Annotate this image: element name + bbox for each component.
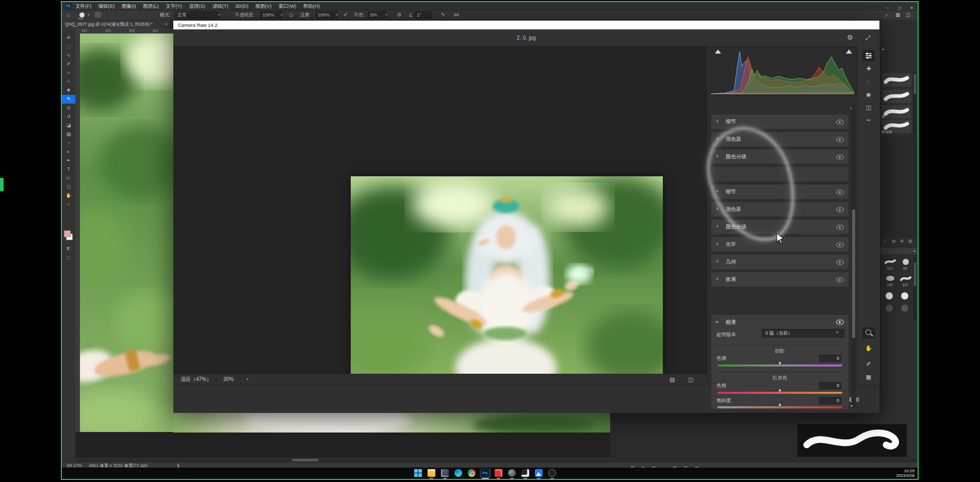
horizontal-scrollbar[interactable]	[75, 458, 610, 462]
home-icon[interactable]: ⌂	[67, 10, 70, 20]
dock-check-icon[interactable]: ✓	[884, 239, 887, 243]
menu-view[interactable]: 视图(V)	[255, 2, 272, 10]
process-caret-icon[interactable]: ▾	[836, 330, 838, 335]
slider-thumb-icon[interactable]: ▲	[778, 388, 782, 392]
new-group-icon[interactable]: ▤	[892, 239, 896, 243]
slider-thumb-icon[interactable]: ▲	[778, 360, 782, 365]
brush-tip-icon[interactable]	[886, 305, 893, 312]
more-options-button[interactable]: •••	[862, 114, 875, 126]
hue-value[interactable]: 0	[819, 382, 841, 389]
shadow-clipping-icon[interactable]	[715, 49, 721, 54]
menu-file[interactable]: 文件(F)	[75, 2, 91, 10]
eyedropper-tool[interactable]: ⊹	[62, 77, 75, 86]
histogram[interactable]	[710, 47, 857, 95]
menu-type[interactable]: 文字(Y)	[166, 2, 182, 10]
process-version-select[interactable]: 5 版（当前）	[762, 329, 844, 338]
dark-app-button[interactable]	[520, 469, 531, 478]
screen-mode-icon[interactable]: ▢	[62, 254, 75, 261]
panel-section-geometry[interactable]: › 几何	[711, 255, 848, 269]
chevron-down-icon[interactable]: ›	[714, 321, 720, 323]
scroll-down-icon[interactable]: ▾	[851, 404, 853, 408]
grid-overlay-tool[interactable]: ▦	[862, 371, 875, 383]
masking-tool[interactable]: ◌	[862, 76, 875, 87]
tint-slider[interactable]: ▲	[717, 364, 842, 367]
brush-preset-item[interactable]	[883, 73, 911, 87]
eye-icon[interactable]	[836, 260, 844, 265]
menu-3d[interactable]: 3D(D)	[235, 2, 248, 10]
fit-zoom-label[interactable]: 适应（47%）	[181, 374, 211, 385]
crop-tool[interactable]: ⌗	[62, 69, 75, 77]
red-eye-tool[interactable]: ◉	[862, 89, 875, 100]
file-explorer-button[interactable]	[426, 469, 437, 478]
red-app-button[interactable]	[493, 469, 504, 478]
airbrush-icon[interactable]: ✐	[344, 10, 348, 20]
highlight-clipping-icon[interactable]	[846, 49, 852, 54]
brush-tip-icon[interactable]	[885, 258, 896, 265]
eye-icon[interactable]	[836, 320, 844, 325]
settings-gear-icon[interactable]: ⚙	[847, 29, 853, 46]
blue-app-button[interactable]	[533, 469, 545, 478]
quick-select-tool[interactable]: ✐	[62, 60, 75, 69]
fullscreen-icon[interactable]: ⤢	[865, 29, 871, 46]
taskbar-clock[interactable]: 22:29 2023/3/28	[896, 469, 914, 478]
eye-icon[interactable]	[836, 207, 844, 212]
minimize-button[interactable]: ─	[886, 6, 889, 10]
camera-raw-titlebar[interactable]: Camera Raw 14.2	[173, 21, 879, 29]
smoothing-caret-icon[interactable]: ▾	[385, 10, 387, 20]
presets-tool[interactable]: ◫	[862, 102, 875, 113]
panel-scrollbar[interactable]	[852, 104, 856, 407]
path-select-tool[interactable]: ▷	[62, 174, 75, 182]
shape-tool[interactable]: ◻	[62, 182, 75, 191]
menu-edit[interactable]: 编辑(E)	[99, 2, 115, 10]
pen-tool[interactable]: ✒	[62, 156, 75, 165]
brush-preset-item[interactable]	[883, 90, 911, 103]
zoom-tool[interactable]: ⌕	[62, 200, 75, 209]
sphere-app-button[interactable]	[507, 469, 518, 478]
workspace-icon[interactable]: ▦	[895, 10, 900, 20]
angle-input[interactable]: 1°	[415, 11, 432, 19]
eye-icon[interactable]	[836, 137, 844, 142]
opacity-input[interactable]: 100%	[260, 11, 282, 19]
saturation-value[interactable]: 0	[819, 397, 841, 404]
clone-stamp-tool[interactable]: ⊙	[62, 104, 75, 112]
menu-window[interactable]: 窗口(W)	[279, 2, 296, 10]
brush-preset-item[interactable]	[883, 105, 911, 119]
image-preview-area[interactable]	[173, 46, 707, 374]
photoshop-button[interactable]: Ps	[480, 469, 491, 478]
foreground-color-swatch[interactable]	[64, 230, 71, 237]
photo-preview[interactable]	[351, 176, 663, 380]
tab-close-icon[interactable]: ×	[165, 20, 168, 28]
hand-tool[interactable]: ✋	[62, 191, 75, 200]
panel-section-effects[interactable]: › 效果	[711, 272, 848, 287]
move-tool[interactable]: ✛	[62, 34, 75, 42]
eye-icon[interactable]	[836, 190, 844, 195]
smoothing-input[interactable]: 0%	[368, 11, 387, 19]
obs-app-button[interactable]	[547, 469, 558, 478]
menu-help[interactable]: 帮助(H)	[303, 2, 320, 10]
mode-caret-icon[interactable]: ▾	[218, 10, 220, 20]
maximize-button[interactable]: ▢	[897, 6, 902, 10]
brush-tip-icon[interactable]	[886, 292, 893, 300]
type-tool[interactable]: T	[62, 165, 75, 174]
eye-icon[interactable]	[836, 225, 844, 230]
eye-icon[interactable]	[836, 155, 844, 160]
eraser-tool[interactable]: ◪	[62, 121, 75, 130]
hue-slider[interactable]: ▲	[717, 392, 842, 394]
history-brush-tool[interactable]: ↺	[62, 112, 75, 121]
opacity-caret-icon[interactable]: ▾	[281, 10, 283, 20]
brush-tip-icon[interactable]	[901, 292, 908, 300]
symmetry-icon[interactable]: ⋈	[454, 10, 459, 20]
quick-mask-icon[interactable]: ◧	[62, 245, 75, 252]
brush-tip-icon[interactable]	[901, 305, 908, 312]
toggle-brush-panel-icon[interactable]	[95, 12, 101, 18]
menu-layer[interactable]: 图层(L)	[143, 2, 159, 10]
slider-thumb-icon[interactable]: ▲	[778, 402, 782, 407]
white-balance-tool[interactable]: ✐	[862, 358, 875, 370]
photos-app-button[interactable]	[439, 469, 451, 478]
marquee-tool[interactable]: ⬚	[62, 42, 75, 51]
saturation-slider[interactable]: ▲	[717, 406, 842, 408]
document-tab[interactable]: QHQ_0677.jpg @ 41%(液化预设 1, RGB/8) * ×	[62, 20, 171, 28]
brush-tip-icon[interactable]	[885, 275, 896, 282]
flow-input[interactable]: 100%	[316, 11, 337, 19]
collapse-panel-icon[interactable]: ◂	[881, 47, 884, 52]
